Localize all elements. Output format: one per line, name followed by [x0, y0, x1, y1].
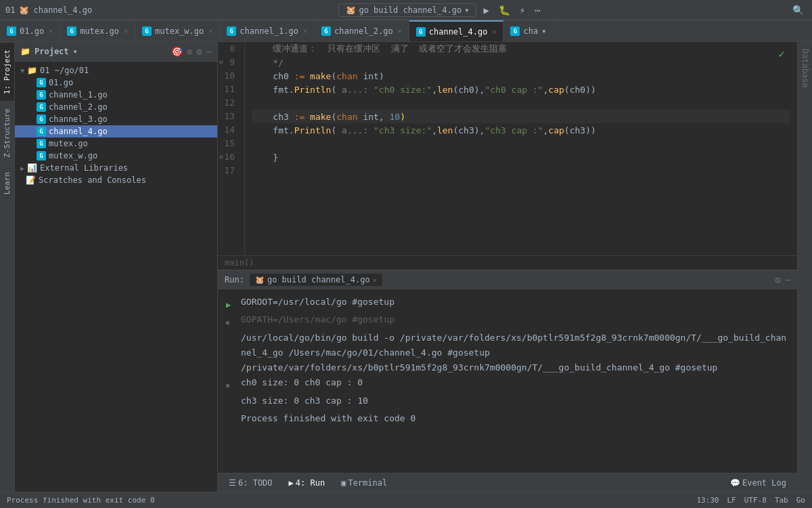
tab-close-mutexwgo[interactable]: ✕: [208, 27, 212, 35]
tree-file-channel1go[interactable]: G channel_1.go: [15, 89, 217, 101]
tab-close-mutexgo[interactable]: ✕: [124, 27, 128, 35]
sidebar-item-learn[interactable]: Learn: [0, 165, 14, 201]
left-side-tabs: 1: Project Z-Structure Learn: [0, 42, 15, 492]
title-bar: 01 🐹 channel_4.go 🐹 go build channel_4.g…: [0, 0, 812, 20]
coverage-button[interactable]: ⚡: [517, 3, 528, 17]
status-lang-text: Go: [796, 496, 805, 505]
run-button[interactable]: ▶: [480, 3, 491, 17]
sidebar-item-structure[interactable]: Z-Structure: [0, 101, 14, 165]
line-num-12: 12: [218, 96, 239, 110]
run-output-text-1: GOROOT=/usr/local/go #gosetup: [241, 295, 394, 310]
tab-channel1go[interactable]: G channel_1.go ✕: [220, 20, 315, 41]
run-command-area[interactable]: 🐹 go build channel_4.go ▾ ▶ 🐛 ⚡ ⋯: [338, 3, 543, 17]
tree-root[interactable]: ▼ 📁 01 ~/go/01: [15, 64, 217, 77]
search-icon[interactable]: 🔍: [790, 3, 807, 17]
status-encoding[interactable]: LF: [727, 496, 736, 505]
code-text: 缓冲通道： 只有在缓冲区 满了 或者空了才会发生阻塞: [252, 43, 507, 55]
run-output-text-4: /private/var/folders/xs/b0ptlr591m5f2g8_…: [241, 360, 717, 375]
run-header: Run: 🐹 go build channel_4.go ✕ ⚙ −: [218, 271, 797, 289]
line-num-14: 14: [218, 123, 239, 137]
file-label-channel3go: channel_3.go: [49, 114, 108, 124]
tab-close-channel2go[interactable]: ✕: [398, 27, 402, 35]
file-label-01go: 01.go: [49, 78, 73, 87]
settings-icon[interactable]: ⚙: [196, 46, 202, 57]
line-num-15: 15: [218, 137, 239, 150]
tab-icon-channel4go: G: [416, 27, 426, 37]
event-log-label: Event Log: [742, 478, 786, 488]
tab-cha[interactable]: G cha ▾: [503, 20, 558, 41]
terminal-button[interactable]: ▣ Terminal: [337, 477, 391, 489]
breadcrumb: main(): [218, 255, 797, 270]
code-line-11: fmt.Println( a...: "ch0 size:",len(ch0),…: [252, 83, 790, 96]
database-tab[interactable]: Database: [799, 45, 811, 92]
tab-icon-cha: G: [510, 26, 520, 36]
status-indent[interactable]: Tab: [775, 496, 788, 505]
code-line-9: */: [252, 56, 790, 69]
tree-external-libraries[interactable]: ▶ 📊 External Libraries: [15, 162, 217, 174]
tab-01go[interactable]: G 01.go ✕: [0, 20, 60, 41]
scratches-icon: 📝: [26, 175, 36, 185]
file-icon-channel1go: G: [37, 90, 46, 100]
tree-file-channel2go[interactable]: G channel_2.go: [15, 101, 217, 113]
event-log-button[interactable]: 💬 Event Log: [726, 477, 790, 489]
external-label: External Libraries: [40, 163, 128, 173]
status-bar: Process finished with exit code 0 13:30 …: [0, 492, 812, 508]
root-folder-icon: 📁: [27, 66, 37, 75]
tab-close-channel4go[interactable]: ✕: [492, 28, 496, 35]
code-editor[interactable]: 缓冲通道： 只有在缓冲区 满了 或者空了才会发生阻塞 */ ch0 := mak…: [245, 42, 797, 255]
event-log-icon: 💬: [730, 478, 740, 488]
run-tab-close[interactable]: ✕: [373, 276, 377, 284]
run-output-text-5: ch0 size: 0 ch0 cap : 0: [241, 375, 363, 390]
status-line-col[interactable]: 13:30: [696, 496, 719, 505]
status-charset-text: UTF-8: [744, 496, 767, 505]
run-output-line-6: ch3 size: 0 ch3 cap : 10: [226, 394, 789, 408]
more-run-options[interactable]: ⋯: [532, 3, 543, 17]
debug-button[interactable]: 🐛: [496, 3, 513, 17]
tab-dropdown-cha[interactable]: ▾: [541, 26, 546, 36]
file-label-channel2go: channel_2.go: [49, 102, 108, 112]
locate-file-icon[interactable]: 🎯: [171, 46, 183, 57]
tab-close-01go[interactable]: ✕: [49, 27, 53, 35]
tab-channel4go[interactable]: G channel_4.go ✕: [409, 20, 504, 41]
tab-close-channel1go[interactable]: ✕: [303, 27, 307, 35]
expand-arrow-external: ▶: [20, 165, 24, 172]
dropdown-arrow: ▾: [73, 47, 78, 56]
file-icon-mutexwgo: G: [37, 151, 46, 161]
tree-file-channel3go[interactable]: G channel_3.go: [15, 113, 217, 125]
run-toolbar-button[interactable]: ▶ 4: Run: [285, 477, 330, 489]
status-bar-right: 13:30 LF UTF-8 Tab Go: [696, 496, 805, 505]
tree-scratches[interactable]: 📝 Scratches and Consoles: [15, 174, 217, 186]
status-charset[interactable]: UTF-8: [744, 496, 767, 505]
run-output-text-8: Process finished with exit code 0: [241, 411, 415, 426]
tab-channel2go[interactable]: G channel_2.go ✕: [315, 20, 409, 41]
line-numbers: 8 9 10 11 12 13 14 15 16 17: [218, 42, 245, 255]
title-bar-actions: 🔍: [790, 3, 807, 17]
code-line-8: 缓冲通道： 只有在缓冲区 满了 或者空了才会发生阻塞: [252, 42, 790, 56]
todo-button[interactable]: ☰ 6: TODO: [225, 477, 277, 489]
file-label-channel4go: channel_4.go: [49, 127, 108, 136]
external-icon: 📊: [27, 163, 37, 173]
sidebar-item-project[interactable]: 1: Project: [0, 42, 14, 101]
tree-file-channel4go[interactable]: G channel_4.go: [15, 125, 217, 137]
status-lang[interactable]: Go: [796, 496, 805, 505]
run-output-line-8: Process finished with exit code 0: [226, 411, 789, 426]
tab-mutexgo[interactable]: G mutex.go ✕: [60, 20, 135, 41]
status-bar-left: Process finished with exit code 0: [7, 496, 155, 505]
run-command-dropdown[interactable]: 🐹 go build channel_4.go ▾: [338, 3, 476, 17]
status-encoding-text: LF: [727, 496, 736, 505]
tree-file-01go[interactable]: G 01.go: [15, 77, 217, 89]
tree-file-mutexwgo[interactable]: G mutex_w.go: [15, 150, 217, 162]
run-settings-icon[interactable]: ⚙: [775, 274, 780, 285]
line-num-11: 11: [218, 83, 239, 96]
expand-arrow-root: ▼: [20, 67, 24, 75]
tab-mutexwgo[interactable]: G mutex_w.go ✕: [135, 20, 220, 41]
run-tab-active[interactable]: 🐹 go build channel_4.go ✕: [250, 274, 382, 286]
minimize-icon[interactable]: −: [206, 46, 212, 57]
run-minimize-icon[interactable]: −: [785, 274, 790, 285]
code-text: ch3 := make(chan int, 10): [252, 112, 405, 122]
collapse-icon[interactable]: ≡: [187, 46, 192, 57]
project-label: Project: [35, 47, 69, 56]
tree-file-mutexgo[interactable]: G mutex.go: [15, 137, 217, 150]
run-tab-label: go build channel_4.go: [267, 275, 370, 284]
tab-label-mutexgo: mutex.go: [80, 26, 119, 36]
